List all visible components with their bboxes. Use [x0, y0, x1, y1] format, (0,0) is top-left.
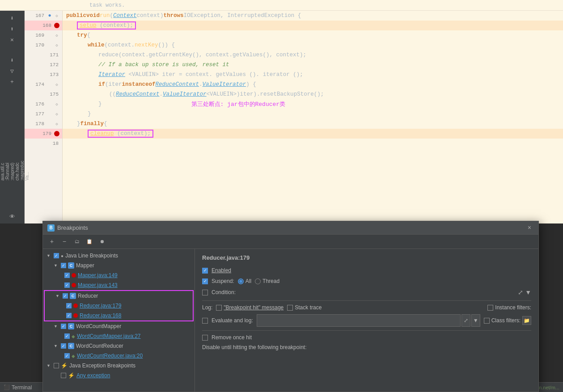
all-label: All — [246, 278, 251, 284]
mapper-149-label[interactable]: Mapper.java:149 — [78, 272, 118, 278]
line-num-173: 173 — [48, 72, 60, 77]
evaluate-dropdown-btn[interactable]: ▼ — [471, 314, 480, 327]
reducer-179-label[interactable]: Reducer.java:179 — [80, 303, 121, 309]
annotation: 第三处断点: jar包中的Reducer类 — [191, 100, 286, 108]
wcreducer-20-checkbox[interactable] — [64, 353, 70, 358]
expand-btn[interactable]: ⤢ — [518, 289, 523, 296]
stack-trace-label: Stack trace — [295, 304, 322, 311]
add-breakpoint-btn[interactable]: + — [47, 236, 57, 247]
instance-filters-label: Instance filters: — [495, 304, 531, 311]
reducer-179-checkbox[interactable] — [66, 303, 72, 308]
wcmapper-27-checkbox[interactable] — [64, 333, 70, 339]
instance-filters-checkbox[interactable] — [487, 305, 493, 311]
tree-item-reducer-179[interactable]: Reducer.java:179 — [45, 301, 193, 311]
wcreducer-20-label[interactable]: WordCountReducer.java:20 — [77, 353, 143, 359]
diamond-177: ◇ — [55, 112, 58, 117]
mapper-checkbox[interactable] — [61, 263, 66, 268]
class-filters-folder-btn[interactable]: 📁 — [522, 316, 531, 325]
disable-until-row: Disable until hitting the following brea… — [202, 344, 531, 350]
diamond-170: ◇ — [55, 43, 58, 48]
java-line-checkbox[interactable] — [54, 253, 59, 258]
wcmapper-27-label[interactable]: WordCountMapper.java:27 — [77, 333, 141, 339]
tree-item-any-exception[interactable]: ⚡ Any exception — [43, 371, 195, 380]
debug-down-btn[interactable]: ⬇ — [7, 13, 17, 23]
dialog-close-btn[interactable]: × — [525, 223, 534, 232]
any-exception-label[interactable]: Any exception — [76, 372, 110, 379]
tree-group-java-exception[interactable]: ▼ ⚡ Java Exception Breakpoints — [43, 361, 195, 371]
java-line-label: Java Line Breakpoints — [65, 253, 118, 259]
class-filters-checkbox[interactable] — [484, 318, 490, 324]
export-btn[interactable]: 🗂 — [72, 236, 82, 247]
mapper-149-checkbox[interactable] — [64, 273, 70, 278]
enabled-checkbox[interactable]: ✓ — [202, 268, 208, 274]
tree-item-mapper-149[interactable]: Mapper.java:149 — [43, 270, 195, 280]
wcmapper-checkbox[interactable] — [61, 324, 66, 329]
evaluate-log-checkbox[interactable] — [202, 318, 208, 324]
breakpoint-dot-reducer-168 — [73, 313, 78, 318]
log-label: Log: — [202, 304, 212, 311]
radio-thread[interactable]: Thread — [255, 278, 279, 284]
breakpoint-168[interactable] — [54, 23, 59, 28]
wcreducer-checkbox[interactable] — [61, 343, 66, 349]
stack-trace-checkbox[interactable] — [287, 305, 293, 311]
mapper-143-label[interactable]: Mapper.java:143 — [78, 282, 118, 288]
detail-title: Reducer.java:179 — [202, 254, 531, 261]
mapper-143-checkbox[interactable] — [64, 282, 70, 288]
radio-all-circle[interactable] — [238, 278, 244, 284]
import-btn[interactable]: 📋 — [84, 236, 95, 247]
wcmapper-label: WordCountMapper — [76, 323, 121, 329]
remove-once-hit-label: Remove once hit — [212, 334, 252, 341]
reducer-checkbox[interactable] — [63, 293, 68, 299]
breakpoint-dot-reducer-179 — [73, 303, 78, 308]
debug-close-btn[interactable]: ✕ — [7, 35, 17, 45]
radio-all[interactable]: All — [238, 278, 251, 284]
debug-up-btn[interactable]: ⬆ — [7, 24, 17, 34]
dialog-title-text: Breakpoints — [57, 224, 88, 231]
line-num-167: 167 — [34, 13, 46, 18]
dropdown-btn[interactable]: ▼ — [525, 289, 531, 296]
dialog-title: B Breakpoints — [47, 224, 88, 232]
tree-group-mapper[interactable]: ▼ C Mapper — [43, 261, 195, 270]
evaluate-expand-btn[interactable]: ⤢ — [461, 314, 470, 327]
tree-group-wordcountreducer[interactable]: ▼ C WordCountReducer — [43, 341, 195, 351]
breakpoint-hit-option: "Breakpoint hit" message — [216, 304, 284, 311]
suspend-checkbox[interactable]: ✓ — [202, 278, 208, 284]
breakpoint-179[interactable] — [54, 131, 59, 136]
code-content: public void run ( Context context) throw… — [63, 11, 563, 223]
eye-icon-btn[interactable]: 👁 — [7, 212, 17, 222]
detail-panel: Reducer.java:179 ✓ Enabled ✓ Suspend: — [195, 249, 538, 392]
debug-filter-btn[interactable]: ▽ — [7, 66, 17, 76]
tree-item-mapper-143[interactable]: Mapper.java:143 — [43, 280, 195, 290]
tree-group-java-line[interactable]: ▼ ● Java Line Breakpoints — [43, 251, 195, 261]
reducer-168-label[interactable]: Reducer.java:168 — [80, 312, 121, 319]
breakpoint-hit-checkbox[interactable] — [216, 305, 222, 311]
evaluate-log-row: Evaluate and log: ⤢ ▼ Class filters: 📁 — [202, 314, 531, 327]
condition-checkbox[interactable] — [202, 290, 208, 295]
tree-item-wcmapper-27[interactable]: ◆ WordCountMapper.java:27 — [43, 331, 195, 341]
remove-once-hit-checkbox[interactable] — [202, 335, 208, 341]
remove-breakpoint-btn[interactable]: − — [59, 236, 70, 247]
record-btn[interactable]: ⏺ — [97, 236, 107, 247]
terminal-btn[interactable]: ⬛ Terminal — [4, 384, 32, 391]
reducer-168-checkbox[interactable] — [66, 313, 72, 318]
any-exception-checkbox[interactable] — [61, 373, 66, 378]
diamond-176: ◇ — [55, 102, 58, 107]
tree-group-reducer[interactable]: ▼ C Reducer — [45, 291, 193, 301]
radio-thread-circle[interactable] — [255, 278, 261, 284]
breakpoint-hit-label: "Breakpoint hit" message — [224, 304, 284, 311]
tree-item-reducer-168[interactable]: Reducer.java:168 — [45, 311, 193, 320]
debug-add-btn[interactable]: + — [7, 77, 17, 87]
line-num-172: 172 — [48, 62, 60, 67]
condition-row: Condition: ⤢ ▼ — [202, 289, 531, 296]
dialog-titlebar: B Breakpoints × — [43, 221, 538, 235]
tree-group-wordcountmapper[interactable]: ▼ C WordCountMapper — [43, 321, 195, 331]
evaluate-log-input[interactable] — [257, 314, 461, 327]
log-row: Log: "Breakpoint hit" message Stack trac… — [202, 304, 531, 311]
diamond-169: ◇ — [55, 33, 58, 38]
debug-down2-btn[interactable]: ⬇ — [7, 55, 17, 65]
line-num-168: 168 — [41, 23, 53, 28]
thread-label: Thread — [262, 278, 279, 284]
line-num-169: 169 — [34, 33, 46, 38]
tree-item-wcreducer-20[interactable]: ◆ WordCountReducer.java:20 — [43, 351, 195, 361]
java-exception-checkbox[interactable] — [54, 363, 59, 368]
